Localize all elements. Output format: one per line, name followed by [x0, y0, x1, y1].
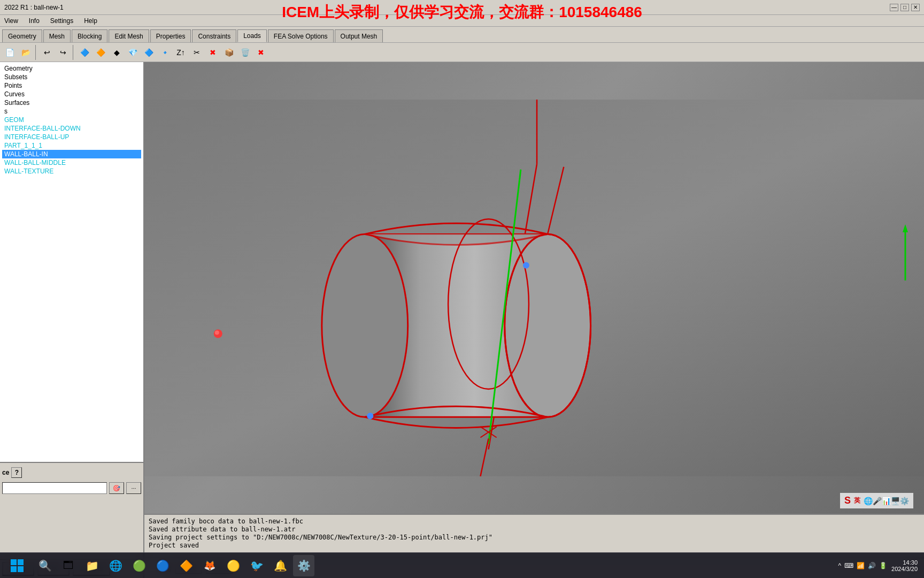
tree-item-surfaces[interactable]: Surfaces — [2, 98, 141, 107]
tree-item-wall-texture[interactable]: WALL-TEXTURE — [2, 167, 141, 176]
logo-icons: 🌐🎤📊🖥️⚙️ — [864, 497, 909, 505]
toolbar-icon-redo[interactable]: ↪ — [56, 45, 71, 60]
taskbar-task-view[interactable]: 🗔 — [58, 555, 79, 576]
toolbar-icon-8[interactable]: 🔹 — [157, 45, 172, 60]
titlebar: 2022 R1 : ball-new-1 ICEM上头录制，仅供学习交流，交流群… — [0, 0, 924, 15]
input-row: ce ? — [2, 467, 141, 478]
toolbar-icon-7[interactable]: 🔷 — [141, 45, 156, 60]
viewport-svg — [144, 62, 924, 514]
menubar: View Info Settings Help — [0, 15, 924, 27]
small-button-picker[interactable]: 🎯 — [109, 482, 124, 494]
small-button-dots[interactable]: ··· — [126, 482, 141, 494]
console-line-1: Saved family boco data to ball-new-1.fbc — [149, 518, 920, 525]
tab-properties[interactable]: Properties — [150, 29, 191, 42]
taskbar-search[interactable]: 🔍 — [34, 555, 56, 576]
start-button[interactable] — [6, 555, 28, 576]
toolbar-icon-9[interactable]: Z↑ — [173, 45, 188, 60]
tray-battery[interactable]: 🔋 — [879, 562, 887, 569]
logo-s: S — [844, 495, 851, 506]
toolbar-icon-scissors[interactable]: ✂ — [189, 45, 204, 60]
icon-toolbar: 📄 📂 ↩ ↪ 🔷 🔶 ◆ 💎 🔷 🔹 Z↑ ✂ ✖ 📦 🗑️ ✖ — [0, 43, 924, 62]
section-label: ce — [2, 468, 9, 477]
svg-rect-23 — [11, 566, 17, 572]
input-field[interactable] — [2, 482, 107, 494]
toolbar-icon-10[interactable]: 📦 — [221, 45, 236, 60]
minimize-button[interactable]: — — [890, 4, 898, 11]
toolbar-icon-6[interactable]: 💎 — [125, 45, 140, 60]
taskbar-app-bell[interactable]: 🔔 — [270, 555, 291, 576]
console-line-3: Saving project settings to "D:/NEW7008c/… — [149, 534, 920, 541]
tree-item-subsets[interactable]: Subsets — [2, 73, 141, 81]
console-line-2: Saved attribute data to ball-new-1.atr — [149, 526, 920, 533]
menu-help[interactable]: Help — [82, 16, 99, 26]
tab-mesh[interactable]: Mesh — [43, 29, 71, 42]
tree-item-curves[interactable]: Curves — [2, 90, 141, 98]
tree-item-part-1-1-1[interactable]: PART_1_1_1 — [2, 141, 141, 150]
svg-point-4 — [322, 234, 408, 417]
tree-item-points[interactable]: Points — [2, 81, 141, 90]
tray-expand[interactable]: ^ — [838, 562, 841, 569]
svg-point-12 — [523, 262, 529, 269]
taskbar-app-green[interactable]: 🟢 — [128, 555, 150, 576]
toolbar-icon-x1[interactable]: ✖ — [205, 45, 220, 60]
maximize-button[interactable]: □ — [900, 4, 909, 11]
toolbar-icon-x2[interactable]: ✖ — [253, 45, 268, 60]
toolbar-icon-1[interactable]: 📄 — [2, 45, 17, 60]
toolbar-tabs: Geometry Mesh Blocking Edit Mesh Propert… — [0, 27, 924, 43]
tree-item-s[interactable]: s — [2, 107, 141, 116]
toolbar-separator-1 — [35, 45, 37, 60]
tree-item-wall-ball-in[interactable]: WALL-BALL-IN — [2, 150, 141, 158]
taskbar-app-blue[interactable]: 🔵 — [152, 555, 173, 576]
toolbar-icon-11[interactable]: 🗑️ — [237, 45, 252, 60]
tab-edit-mesh[interactable]: Edit Mesh — [109, 29, 149, 42]
menu-info[interactable]: Info — [27, 16, 42, 26]
tree-item-wall-ball-middle[interactable]: WALL-BALL-MIDDLE — [2, 158, 141, 167]
coordinate-arrows — [897, 222, 913, 264]
taskbar-edge[interactable]: 🌐 — [105, 555, 126, 576]
viewport[interactable]: S 英 🌐🎤📊🖥️⚙️ Saved family boco data to ba… — [144, 62, 924, 578]
tree-panel[interactable]: Geometry Subsets Points Curves Surfaces … — [0, 62, 143, 463]
help-icon[interactable]: ? — [11, 467, 22, 478]
sys-tray: ^ ⌨ 📶 🔊 🔋 — [838, 562, 887, 569]
taskbar-app-orange[interactable]: 🔶 — [175, 555, 197, 576]
toolbar-icon-3[interactable]: 🔷 — [77, 45, 92, 60]
console-line-4: Project saved — [149, 542, 920, 549]
tab-output-mesh[interactable]: Output Mesh — [335, 29, 383, 42]
svg-rect-24 — [18, 566, 24, 572]
menu-view[interactable]: View — [2, 16, 20, 26]
toolbar-icon-5[interactable]: ◆ — [109, 45, 124, 60]
tab-fea[interactable]: FEA Solve Options — [268, 29, 334, 42]
tree-item-geometry[interactable]: Geometry — [2, 64, 141, 73]
toolbar-icon-undo[interactable]: ↩ — [40, 45, 55, 60]
tray-network[interactable]: 📶 — [857, 562, 865, 569]
taskbar-clock[interactable]: 14:30 2024/3/20 — [891, 559, 918, 572]
tab-blocking[interactable]: Blocking — [72, 29, 107, 42]
taskbar-right: ^ ⌨ 📶 🔊 🔋 14:30 2024/3/20 — [838, 559, 918, 572]
taskbar-icons: 🔍 🗔 📁 🌐 🟢 🔵 🔶 🦊 🟡 🐦 🔔 ⚙️ — [34, 555, 314, 576]
window-title: 2022 R1 : ball-new-1 — [4, 4, 64, 11]
svg-point-11 — [367, 413, 373, 419]
logo-text: 英 — [854, 496, 860, 505]
toolbar-icon-2[interactable]: 📂 — [18, 45, 33, 60]
tray-keyboard[interactable]: ⌨ — [844, 562, 853, 569]
viewport-canvas: S 英 🌐🎤📊🖥️⚙️ — [144, 62, 924, 514]
taskbar-app-cad[interactable]: ⚙️ — [293, 555, 314, 576]
tray-sound[interactable]: 🔊 — [868, 562, 876, 569]
tab-geometry[interactable]: Geometry — [2, 29, 42, 42]
left-panel: Geometry Subsets Points Curves Surfaces … — [0, 62, 144, 578]
taskbar-firefox[interactable]: 🦊 — [199, 555, 220, 576]
tab-loads[interactable]: Loads — [237, 29, 267, 42]
taskbar: 🔍 🗔 📁 🌐 🟢 🔵 🔶 🦊 🟡 🐦 🔔 ⚙️ ^ ⌨ 📶 🔊 🔋 14:30… — [0, 552, 924, 578]
taskbar-explorer[interactable]: 📁 — [81, 555, 103, 576]
close-button[interactable]: ✕ — [911, 4, 920, 11]
menu-settings[interactable]: Settings — [48, 16, 75, 26]
svg-marker-20 — [903, 224, 908, 232]
toolbar-icon-4[interactable]: 🔶 — [93, 45, 108, 60]
taskbar-app-bird[interactable]: 🐦 — [246, 555, 267, 576]
tree-item-interface-ball-down[interactable]: INTERFACE-BALL-DOWN — [2, 124, 141, 133]
tree-item-interface-ball-up[interactable]: INTERFACE-BALL-UP — [2, 133, 141, 141]
console-text: Saved family boco data to ball-new-1.fbc… — [144, 515, 924, 558]
tree-item-geom[interactable]: GEOM — [2, 116, 141, 124]
tab-constraints[interactable]: Constraints — [192, 29, 236, 42]
taskbar-app-yellow[interactable]: 🟡 — [222, 555, 244, 576]
